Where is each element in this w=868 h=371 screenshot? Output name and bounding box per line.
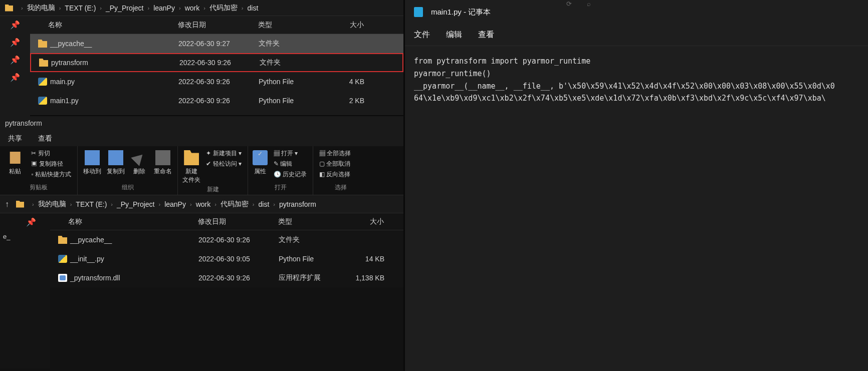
notepad-window: main1.py - 记事本 文件 编辑 查看 from pytransform… (405, 0, 868, 371)
file-row[interactable]: pytransform2022-06-30 9:26文件夹 (30, 53, 403, 72)
file-date: 2022-06-30 9:26 (178, 78, 259, 86)
chevron-right-icon: › (242, 5, 244, 11)
move-to-icon (85, 150, 100, 165)
chevron-right-icon: › (147, 5, 149, 11)
file-row[interactable]: __pycache__2022-06-30 9:26文件夹 (50, 230, 403, 249)
col-header-size[interactable]: 大小 (326, 21, 371, 30)
bc-item[interactable]: leanPy (153, 4, 175, 12)
search-icon[interactable]: ⌕ (587, 0, 591, 10)
rename-button[interactable]: 重命名 (153, 148, 173, 176)
file-row[interactable]: main1.py2022-06-30 9:26Python File2 KB (30, 91, 403, 110)
col-header-date[interactable]: 修改日期 (178, 21, 258, 30)
file-row[interactable]: _pytransform.dll2022-06-30 9:26应用程序扩展1,1… (50, 268, 403, 287)
col-header-date[interactable]: 修改日期 (198, 217, 278, 226)
col-header-name[interactable]: 名称 (30, 21, 178, 30)
ribbon-group-new: 新建 文件夹 ✦ 新建项目 ▾ ✔ 轻松访问 ▾ 新建 (178, 146, 248, 195)
file-size: 4 KB (327, 78, 372, 86)
file-type: 文件夹 (260, 58, 328, 67)
cut-button[interactable]: ✂ 剪切 (29, 148, 73, 159)
col-header-size[interactable]: 大小 (346, 217, 391, 226)
delete-button[interactable]: 删除 (129, 148, 150, 176)
title-bar[interactable]: main1.py - 记事本 (405, 0, 868, 24)
copy-to-icon (108, 150, 123, 165)
breadcrumb-bar[interactable]: ↑ › 我的电脑 ›TEXT (E:) ›_Py_Project ›leanPy… (0, 195, 403, 213)
new-item-button[interactable]: ✦ 新建项目 ▾ (204, 148, 244, 159)
folder-icon (38, 40, 47, 48)
bc-item[interactable]: TEXT (E:) (65, 4, 96, 12)
py-icon (38, 97, 47, 105)
file-size: 2 KB (327, 97, 372, 105)
refresh-icon[interactable]: ⟳ (566, 0, 572, 10)
column-header-row: 名称 修改日期 类型 大小 (30, 16, 403, 34)
pin-icon[interactable]: 📌 (0, 213, 50, 231)
bc-item[interactable]: dist (248, 4, 259, 12)
copy-path-button[interactable]: ▣ 复制路径 (29, 159, 73, 169)
col-header-type[interactable]: 类型 (258, 21, 326, 30)
new-folder-button[interactable]: 新建 文件夹 (182, 148, 201, 184)
menu-file[interactable]: 文件 (414, 30, 430, 40)
history-button[interactable]: 🕓 历史记录 (272, 169, 309, 180)
bc-item[interactable]: _Py_Project (106, 4, 143, 12)
bc-item[interactable]: 我的电脑 (38, 200, 66, 209)
col-header-name[interactable]: 名称 (50, 217, 198, 226)
pin-icon[interactable]: 📌 (0, 51, 30, 69)
bc-item[interactable]: work (196, 200, 211, 208)
bc-item[interactable]: leanPy (164, 200, 186, 208)
file-date: 2022-06-30 9:26 (198, 274, 279, 282)
edit-button[interactable]: ✎ 编辑 (272, 159, 309, 169)
breadcrumb-bar[interactable]: › 我的电脑 › TEXT (E:) › _Py_Project › leanP… (0, 0, 403, 16)
file-type: Python File (259, 78, 327, 86)
chevron-right-icon: › (100, 5, 102, 11)
window-title: pytransform (0, 116, 403, 131)
tab-share[interactable]: 共享 (0, 131, 30, 146)
file-date: 2022-06-30 9:26 (179, 59, 260, 67)
window-title: main1.py - 记事本 (431, 8, 491, 17)
quick-access-sidebar: 📌 e_ (0, 213, 50, 368)
file-row[interactable]: __init__.py2022-06-30 9:05Python File14 … (50, 249, 403, 268)
move-to-button[interactable]: 移动到 (82, 148, 102, 176)
pin-icon[interactable]: 📌 (0, 16, 30, 34)
easy-access-button[interactable]: ✔ 轻松访问 ▾ (204, 159, 244, 169)
select-all-button[interactable]: ▦ 全部选择 (317, 148, 364, 159)
paste-shortcut-button[interactable]: ▫ 粘贴快捷方式 (29, 169, 73, 180)
menu-view[interactable]: 查看 (478, 30, 494, 40)
file-name: __init__.py (70, 255, 198, 263)
explorer-window-pytransform: pytransform 共享 查看 粘贴 ✂ 剪切 ▣ 复制路径 ▫ 粘贴快捷方… (0, 116, 403, 371)
chevron-right-icon: › (21, 5, 23, 11)
bc-item[interactable]: work (185, 4, 200, 12)
py-icon (58, 255, 67, 263)
folder-icon (5, 5, 13, 12)
paste-button[interactable]: 粘贴 (4, 148, 26, 180)
invert-selection-button[interactable]: ◧ 反向选择 (317, 169, 364, 180)
bc-item[interactable]: 代码加密 (221, 200, 249, 209)
sidebar-item[interactable]: e_ (0, 231, 50, 242)
bc-item[interactable]: TEXT (E:) (76, 200, 107, 208)
bc-item[interactable]: 代码加密 (209, 4, 238, 13)
bc-item[interactable]: pytransform (279, 200, 316, 208)
copy-to-button[interactable]: 复制到 (105, 148, 126, 176)
tab-view[interactable]: 查看 (30, 131, 60, 146)
file-row[interactable]: __pycache__2022-06-30 9:27文件夹 (30, 34, 403, 53)
file-type: Python File (279, 255, 347, 263)
text-content[interactable]: from pytransform import pyarmor_runtime … (405, 46, 868, 114)
menu-edit[interactable]: 编辑 (446, 30, 462, 40)
file-date: 2022-06-30 9:26 (198, 236, 279, 244)
bc-item[interactable]: dist (259, 200, 270, 208)
rename-icon (155, 150, 170, 165)
properties-button[interactable]: ✓属性 (252, 148, 269, 180)
pin-icon[interactable]: 📌 (0, 69, 30, 86)
pin-icon[interactable]: 📌 (0, 34, 30, 51)
up-arrow-icon[interactable]: ↑ (5, 200, 9, 209)
top-hints: ⟳ ⌕ (566, 0, 591, 10)
file-row[interactable]: main.py2022-06-30 9:26Python File4 KB (30, 72, 403, 91)
group-label: 选择 (317, 182, 364, 193)
col-header-type[interactable]: 类型 (278, 217, 346, 226)
open-button[interactable]: ▦ 打开 ▾ (272, 148, 309, 159)
bc-item[interactable]: _Py_Project (117, 200, 154, 208)
chevron-right-icon: › (203, 5, 205, 11)
quick-access-sidebar: 📌 📌 📌 📌 (0, 16, 30, 116)
file-list: 名称 修改日期 类型 大小 __pycache__2022-06-30 9:27… (30, 16, 403, 110)
group-label: 打开 (252, 182, 309, 193)
select-none-button[interactable]: ▢ 全部取消 (317, 159, 364, 169)
bc-item[interactable]: 我的电脑 (27, 4, 55, 13)
